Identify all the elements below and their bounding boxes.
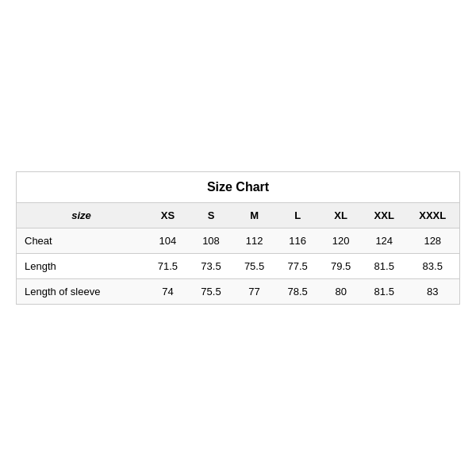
table-row: Length 71.5 73.5 75.5 77.5 79.5 81.5 83.… [17, 254, 460, 279]
row-length-xxxl: 83.5 [406, 254, 460, 279]
row-cheat-xxl: 124 [363, 228, 406, 254]
row-length-l: 77.5 [276, 254, 320, 279]
col-header-xxxl: XXXL [406, 203, 460, 228]
row-length-xl: 79.5 [319, 254, 363, 279]
row-cheat-label: Cheat [17, 228, 147, 254]
row-sleeve-s: 75.5 [190, 279, 233, 305]
row-cheat-l: 116 [276, 228, 320, 254]
row-cheat-s: 108 [190, 228, 233, 254]
row-sleeve-xxxl: 83 [406, 279, 460, 305]
size-chart-container: Size Chart size XS S M L XL XXL XXXL Che… [16, 171, 460, 305]
col-header-xl: XL [319, 203, 363, 228]
header-row: size XS S M L XL XXL XXXL [17, 203, 460, 228]
row-sleeve-l: 78.5 [276, 279, 320, 305]
table-row: Length of sleeve 74 75.5 77 78.5 80 81.5… [17, 279, 460, 305]
col-header-size: size [17, 203, 147, 228]
size-chart-table: Size Chart size XS S M L XL XXL XXXL Che… [16, 171, 460, 305]
col-header-l: L [276, 203, 320, 228]
col-header-xxl: XXL [363, 203, 406, 228]
row-cheat-xs: 104 [146, 228, 190, 254]
row-length-label: Length [17, 254, 147, 279]
row-cheat-m: 112 [232, 228, 276, 254]
table-row: Cheat 104 108 112 116 120 124 128 [17, 228, 460, 254]
col-header-m: M [232, 203, 276, 228]
row-sleeve-label: Length of sleeve [17, 279, 147, 305]
row-sleeve-xxl: 81.5 [363, 279, 406, 305]
col-header-s: S [190, 203, 233, 228]
row-length-m: 75.5 [232, 254, 276, 279]
row-sleeve-xl: 80 [319, 279, 363, 305]
row-cheat-xxxl: 128 [406, 228, 460, 254]
row-sleeve-xs: 74 [146, 279, 190, 305]
table-title: Size Chart [17, 172, 460, 203]
col-header-xs: XS [146, 203, 190, 228]
row-length-xs: 71.5 [146, 254, 190, 279]
row-length-s: 73.5 [190, 254, 233, 279]
title-row: Size Chart [17, 172, 460, 203]
row-length-xxl: 81.5 [363, 254, 406, 279]
row-sleeve-m: 77 [232, 279, 276, 305]
row-cheat-xl: 120 [319, 228, 363, 254]
